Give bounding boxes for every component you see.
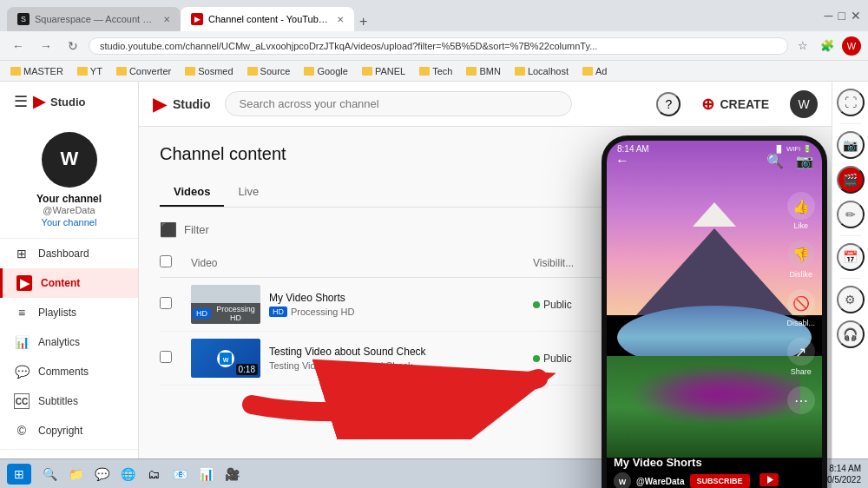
calendar-button[interactable]: 📅 xyxy=(837,243,865,271)
bookmark-source[interactable]: Source xyxy=(244,64,294,78)
clock-date: 10/5/2022 xyxy=(823,474,862,485)
video-title-1[interactable]: My Video Shorts xyxy=(269,292,354,304)
visibility-1: Public xyxy=(533,299,585,311)
chat-icon[interactable]: 💬 xyxy=(90,463,113,485)
search-taskbar[interactable]: 🔍 xyxy=(38,463,61,485)
edge-icon[interactable]: 🌐 xyxy=(116,463,139,485)
search-input[interactable] xyxy=(225,91,572,116)
processing-badge: HD Processing HD xyxy=(191,303,260,324)
flowers xyxy=(628,363,800,426)
sidebar-item-content[interactable]: ▶ Content xyxy=(0,268,138,298)
gear-button[interactable]: ⚙ xyxy=(837,286,865,313)
headset-button[interactable]: 🎧 xyxy=(837,320,865,348)
svg-text:W: W xyxy=(60,148,78,169)
excel-icon[interactable]: 📊 xyxy=(194,463,217,485)
page-content: Channel content Videos Live ⬛ Filter Vid… xyxy=(139,127,832,488)
bookmark-panel[interactable]: PANEL xyxy=(358,64,409,78)
phone-channel-handle: @WareData xyxy=(636,477,685,486)
sidebar-item-analytics[interactable]: 📊 Analytics xyxy=(0,327,138,357)
back-icon[interactable]: ← xyxy=(615,153,629,169)
tab-live[interactable]: Live xyxy=(224,178,273,207)
sidebar-item-label: Dashboard xyxy=(38,247,89,260)
phone-camera-icon[interactable]: 📷 xyxy=(796,153,813,169)
user-avatar[interactable]: W xyxy=(790,90,818,118)
edit-button[interactable]: ✏ xyxy=(837,201,865,228)
mail-icon[interactable]: 📧 xyxy=(168,463,191,485)
phone-top-controls: ← 🔍 📷 xyxy=(607,153,822,169)
bookmark-localhost[interactable]: Localhost xyxy=(511,64,572,78)
channel-row: W @WareData SUBSCRIBE xyxy=(614,472,779,488)
minimize-button[interactable]: ─ xyxy=(825,9,833,23)
extensions-icon[interactable]: 🧩 xyxy=(816,36,838,55)
more-circle: ⋯ xyxy=(787,386,815,414)
sidebar-item-comments[interactable]: 💬 Comments xyxy=(0,357,138,386)
tab-close-1[interactable]: ✕ xyxy=(163,15,170,24)
bookmark-sosmed[interactable]: Sosmed xyxy=(181,64,236,78)
disable-circle: 🚫 xyxy=(787,289,815,317)
bookmark-converter[interactable]: Converter xyxy=(113,64,174,78)
clock-time: 8:14 AM xyxy=(829,463,861,474)
browser-tab-youtube[interactable]: ▶ Channel content - YouTube Stuc... ✕ xyxy=(181,7,354,31)
hamburger-icon[interactable]: ☰ xyxy=(14,92,28,111)
bookmark-master[interactable]: MASTER xyxy=(7,64,67,78)
tab-close-2[interactable]: ✕ xyxy=(337,15,344,24)
select-all-checkbox[interactable] xyxy=(160,255,172,267)
file-explorer[interactable]: 📁 xyxy=(64,463,87,485)
like-action[interactable]: 👍 Like xyxy=(787,192,815,230)
share-action[interactable]: ↗ Share xyxy=(787,338,815,376)
sidebar-item-copyright[interactable]: © Copyright xyxy=(0,416,138,445)
bookmark-tech[interactable]: Tech xyxy=(416,64,456,78)
toolbar-divider2 xyxy=(840,235,861,236)
share-label: Share xyxy=(791,367,812,376)
phone-avatar: W xyxy=(614,472,631,488)
close-button[interactable]: ✕ xyxy=(851,9,861,23)
avatar-initial: W xyxy=(798,97,809,111)
phone-bottom-info: My Video Shorts W @WareData SUBSCRIBE xyxy=(614,456,779,488)
filter-label[interactable]: Filter xyxy=(184,223,209,236)
dislike-action[interactable]: 👎 Dislike xyxy=(787,241,815,279)
channel-link[interactable]: Your channel xyxy=(42,217,97,228)
create-button[interactable]: ⊕ CREATE xyxy=(691,89,779,119)
help-icon: ? xyxy=(666,97,673,111)
clock[interactable]: 8:14 AM 10/5/2022 xyxy=(823,463,862,485)
help-button[interactable]: ? xyxy=(656,92,681,116)
reload-button[interactable]: ↻ xyxy=(62,36,83,56)
sidebar-item-label: Content xyxy=(41,277,80,289)
sidebar-item-subtitles[interactable]: CC Subtitles xyxy=(0,386,138,416)
forward-button[interactable]: → xyxy=(35,36,57,56)
wifi-icon: WiFi xyxy=(786,145,800,153)
phone-subscribe-button[interactable]: SUBSCRIBE xyxy=(690,474,750,488)
phone-screen: 8:14 AM ▐▌ WiFi 🔋 ← 🔍 📷 xyxy=(607,141,822,488)
bookmark-bmn[interactable]: BMN xyxy=(463,64,503,78)
sidebar-item-dashboard[interactable]: ⊞ Dashboard xyxy=(0,239,138,268)
row1-checkbox[interactable] xyxy=(160,297,172,309)
star-icon[interactable]: ☆ xyxy=(793,36,812,55)
sidebar-item-playlists[interactable]: ≡ Playlists xyxy=(0,298,138,327)
video-subtitle-1: HD Processing HD xyxy=(269,307,354,317)
video-button[interactable]: 🎬 xyxy=(837,166,865,194)
right-toolbar: ⛶ 📷 🎬 ✏ 📅 ⚙ 🎧 xyxy=(832,82,868,488)
browser-tab-squarespace[interactable]: S Squarespace — Account Dashb... ✕ xyxy=(7,7,181,31)
subtitles-icon: CC xyxy=(14,393,30,409)
start-button[interactable]: ⊞ xyxy=(7,464,31,485)
toolbar-divider3 xyxy=(840,278,861,279)
maximize-button[interactable]: □ xyxy=(838,9,845,23)
more-action[interactable]: ⋯ xyxy=(787,386,815,414)
back-button[interactable]: ← xyxy=(7,36,30,56)
bookmark-ad[interactable]: Ad xyxy=(579,64,610,78)
bookmark-yt[interactable]: YT xyxy=(74,64,106,78)
files-icon[interactable]: 🗂 xyxy=(142,463,165,485)
row2-checkbox[interactable] xyxy=(160,351,172,363)
tab-videos[interactable]: Videos xyxy=(160,178,224,207)
yt-logo[interactable]: ☰ ▶ Studio xyxy=(0,82,138,122)
profile-icon[interactable]: W xyxy=(842,36,861,56)
meet-icon[interactable]: 🎥 xyxy=(220,463,243,485)
address-bar[interactable] xyxy=(89,37,788,55)
bookmark-google[interactable]: Google xyxy=(300,64,351,78)
new-tab-button[interactable]: + xyxy=(354,12,372,31)
expand-button[interactable]: ⛶ xyxy=(837,89,865,116)
disable-action[interactable]: 🚫 Disabl... xyxy=(786,289,815,327)
phone-search-icon[interactable]: 🔍 xyxy=(766,153,784,169)
sidebar-item-label: Comments xyxy=(38,366,89,378)
camera-button[interactable]: 📷 xyxy=(837,131,865,159)
